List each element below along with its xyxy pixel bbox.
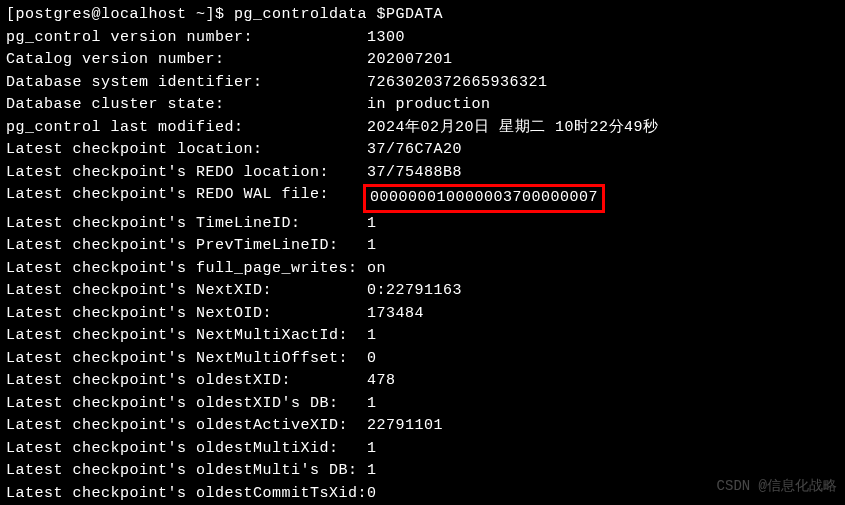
- output-row: Latest checkpoint's PrevTimeLineID: 1: [6, 235, 839, 258]
- output-row: Latest checkpoint's NextOID: 173484: [6, 303, 839, 326]
- output-row: pg_control version number: 1300: [6, 27, 839, 50]
- row-label: Latest checkpoint's REDO WAL file:: [6, 184, 367, 213]
- output-row: Latest checkpoint's oldestXID: 478: [6, 370, 839, 393]
- row-value: in production: [367, 94, 491, 117]
- output-row: Database cluster state: in production: [6, 94, 839, 117]
- row-label: Database system identifier:: [6, 72, 367, 95]
- output-row: Latest checkpoint's oldestMulti's DB: 1: [6, 460, 839, 483]
- output-row: Latest checkpoint's REDO location: 37/75…: [6, 162, 839, 185]
- highlighted-value: 000000010000003700000007: [363, 184, 605, 213]
- output-row: Latest checkpoint's oldestCommitTsXid:0: [6, 483, 839, 506]
- row-value: 0: [367, 348, 377, 371]
- output-row: Latest checkpoint's oldestXID's DB: 1: [6, 393, 839, 416]
- output-row: pg_control last modified: 2024年02月20日 星期…: [6, 117, 839, 140]
- row-label: Latest checkpoint's PrevTimeLineID:: [6, 235, 367, 258]
- output-row: Latest checkpoint's REDO WAL file: 00000…: [6, 184, 839, 213]
- row-label: Database cluster state:: [6, 94, 367, 117]
- row-value: 1: [367, 460, 377, 483]
- output-row: Latest checkpoint's oldestMultiXid: 1: [6, 438, 839, 461]
- row-value: 37/75488B8: [367, 162, 462, 185]
- prompt-text: [postgres@localhost ~]$: [6, 4, 234, 27]
- watermark-text: CSDN @信息化战略: [717, 476, 837, 497]
- row-label: Latest checkpoint's NextMultiOffset:: [6, 348, 367, 371]
- row-label: Latest checkpoint's NextOID:: [6, 303, 367, 326]
- row-value: 478: [367, 370, 396, 393]
- row-label: Latest checkpoint's oldestActiveXID:: [6, 415, 367, 438]
- output-row: Catalog version number: 202007201: [6, 49, 839, 72]
- row-label: Latest checkpoint's oldestMulti's DB:: [6, 460, 367, 483]
- row-value: on: [367, 258, 386, 281]
- row-label: Latest checkpoint's full_page_writes:: [6, 258, 367, 281]
- row-label: pg_control last modified:: [6, 117, 367, 140]
- row-value: 173484: [367, 303, 424, 326]
- row-label: Catalog version number:: [6, 49, 367, 72]
- row-value: 2024年02月20日 星期二 10时22分49秒: [367, 117, 659, 140]
- row-label: Latest checkpoint's oldestXID's DB:: [6, 393, 367, 416]
- row-label: Latest checkpoint's oldestXID:: [6, 370, 367, 393]
- row-value: 1: [367, 213, 377, 236]
- output-row: Latest checkpoint's TimeLineID: 1: [6, 213, 839, 236]
- output-row: Latest checkpoint's full_page_writes: on: [6, 258, 839, 281]
- row-value: 7263020372665936321: [367, 72, 548, 95]
- output-row: Latest checkpoint's NextMultiXactId: 1: [6, 325, 839, 348]
- row-value: 1: [367, 438, 377, 461]
- row-label: Latest checkpoint's REDO location:: [6, 162, 367, 185]
- row-label: Latest checkpoint location:: [6, 139, 367, 162]
- row-value: 37/76C7A20: [367, 139, 462, 162]
- output-row: Latest checkpoint's oldestActiveXID: 227…: [6, 415, 839, 438]
- output-row: Latest checkpoint's NextMultiOffset: 0: [6, 348, 839, 371]
- row-value: 202007201: [367, 49, 453, 72]
- output-row: Latest checkpoint location: 37/76C7A20: [6, 139, 839, 162]
- row-label: pg_control version number:: [6, 27, 367, 50]
- row-value: 22791101: [367, 415, 443, 438]
- row-label: Latest checkpoint's NextMultiXactId:: [6, 325, 367, 348]
- row-label: Latest checkpoint's NextXID:: [6, 280, 367, 303]
- prompt-line[interactable]: [postgres@localhost ~]$ pg_controldata $…: [6, 4, 839, 27]
- row-label: Latest checkpoint's oldestMultiXid:: [6, 438, 367, 461]
- row-value: 1: [367, 325, 377, 348]
- row-value: 1: [367, 235, 377, 258]
- output-row: Latest checkpoint's NextXID: 0:22791163: [6, 280, 839, 303]
- terminal-output: pg_control version number: 1300Catalog v…: [6, 27, 839, 506]
- row-value: 1: [367, 393, 377, 416]
- row-value: 0:22791163: [367, 280, 462, 303]
- row-label: Latest checkpoint's oldestCommitTsXid:: [6, 483, 367, 506]
- output-row: Database system identifier: 726302037266…: [6, 72, 839, 95]
- row-label: Latest checkpoint's TimeLineID:: [6, 213, 367, 236]
- command-text: pg_controldata $PGDATA: [234, 4, 443, 27]
- row-value: 1300: [367, 27, 405, 50]
- row-value: 0: [367, 483, 377, 506]
